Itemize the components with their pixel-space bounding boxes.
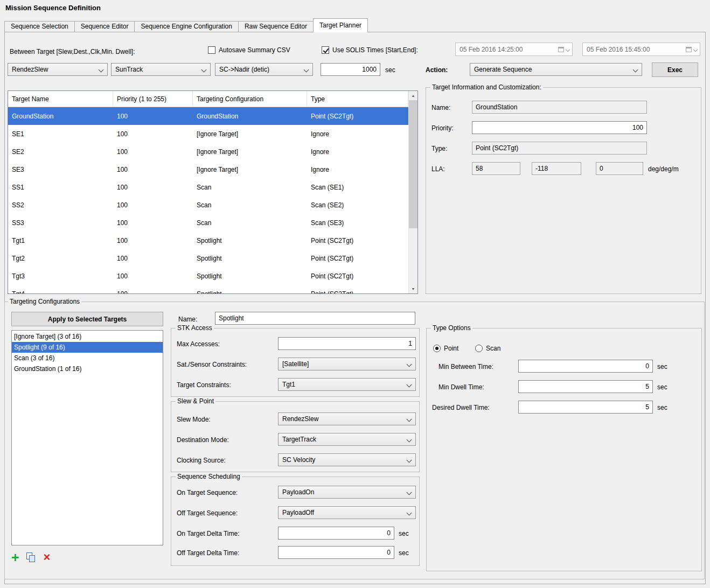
table-cell: 100: [113, 255, 193, 262]
scrollbar-thumb[interactable]: [409, 100, 417, 228]
chevron-down-icon: [693, 47, 698, 51]
tab-sequence-engine-configuration[interactable]: Sequence Engine Configuration: [134, 21, 238, 32]
delete-config-icon[interactable]: ×: [44, 552, 51, 563]
tab-sequence-selection[interactable]: Sequence Selection: [4, 21, 75, 32]
config-list-item[interactable]: Spotlight (9 of 16): [12, 342, 163, 353]
min-between-time-value: 0: [645, 362, 649, 370]
scroll-down-icon[interactable]: ▼: [409, 284, 417, 293]
apply-to-selected-targets-button[interactable]: Apply to Selected Targets: [11, 312, 163, 326]
table-row[interactable]: Tgt4100SpotlightPoint (SC2Tgt): [8, 285, 417, 294]
table-cell: Scan: [193, 201, 307, 209]
sequence-scheduling-title: Sequence Scheduling: [176, 473, 242, 481]
scroll-up-icon[interactable]: ▲: [409, 91, 417, 100]
off-target-sequence-dropdown[interactable]: PayloadOff: [278, 506, 416, 519]
table-cell: Point (SC2Tgt): [307, 113, 408, 120]
table-row[interactable]: Tgt1100SpotlightPoint (SC2Tgt): [8, 232, 417, 249]
point-radio[interactable]: Point: [433, 345, 458, 352]
between-clocking-dropdown[interactable]: SC->Nadir (detic): [215, 63, 313, 76]
start-time-dropdown-button[interactable]: [558, 47, 569, 52]
table-cell: Ignore: [307, 130, 408, 138]
lla-lon-value: -118: [535, 165, 548, 172]
column-header[interactable]: Type: [307, 91, 408, 107]
column-header[interactable]: Target Name: [8, 91, 113, 107]
tab-target-planner[interactable]: Target Planner: [313, 18, 368, 32]
destination-mode-dropdown[interactable]: TargetTrack: [278, 433, 416, 446]
table-row[interactable]: Tgt2100SpotlightPoint (SC2Tgt): [8, 249, 417, 267]
solis-times-checkbox[interactable]: Use SOLIS Times [Start,End]:: [322, 46, 418, 54]
exec-button[interactable]: Exec: [652, 62, 698, 77]
table-row[interactable]: SE2100[Ignore Target]Ignore: [8, 143, 417, 160]
table-row[interactable]: SE3100[Ignore Target]Ignore: [8, 160, 417, 178]
sat-sensor-constraints-label: Sat./Sensor Constraints:: [177, 361, 247, 368]
table-row[interactable]: Tgt3100SpotlightPoint (SC2Tgt): [8, 267, 417, 285]
between-destination-mode-dropdown[interactable]: SunTrack: [111, 63, 211, 76]
target-name-field[interactable]: GroundStation: [472, 101, 647, 114]
off-target-delta-input[interactable]: 0: [278, 546, 394, 559]
column-header[interactable]: Targeting Configuration: [193, 91, 307, 107]
start-time-picker[interactable]: 05 Feb 2016 14:25:00: [455, 43, 573, 56]
min-dwell-time-input[interactable]: 5: [518, 380, 653, 393]
chevron-down-icon: [304, 67, 309, 73]
table-row[interactable]: GroundStation100GroundStationPoint (SC2T…: [8, 107, 417, 125]
config-list-item[interactable]: Scan (3 of 16): [12, 353, 163, 363]
table-row[interactable]: SS2100ScanScan (SE2): [8, 196, 417, 214]
targeting-configurations-group: Targeting Configurations Apply to Select…: [4, 302, 705, 579]
tab-raw-sequence-editor[interactable]: Raw Sequence Editor: [238, 21, 314, 32]
table-scrollbar[interactable]: ▲ ▼: [408, 91, 417, 293]
table-cell: Point (SC2Tgt): [307, 255, 408, 262]
table-cell: 100: [113, 184, 193, 191]
action-dropdown[interactable]: Generate Sequence: [470, 63, 642, 76]
config-list-item[interactable]: [Ignore Target] (3 of 16): [12, 331, 163, 342]
solis-checkbox-label: Use SOLIS Times [Start,End]:: [332, 46, 418, 54]
autosave-checkbox[interactable]: Autosave Summary CSV: [208, 46, 290, 54]
target-constraints-dropdown[interactable]: Tgt1: [278, 378, 416, 391]
column-header[interactable]: Priority (1 to 255): [113, 91, 193, 107]
table-cell: Ignore: [307, 148, 408, 156]
type-field[interactable]: Point (SC2Tgt): [472, 142, 647, 155]
max-accesses-value: 1: [408, 340, 412, 347]
table-cell: Scan: [193, 219, 307, 227]
tab-sequence-editor[interactable]: Sequence Editor: [74, 21, 135, 32]
chevron-down-icon: [407, 458, 412, 463]
min-dwell-time-value: 5: [645, 383, 649, 390]
slew-point-title: Slew & Point: [176, 397, 215, 405]
lla-alt-field[interactable]: 0: [596, 162, 643, 175]
page-title: Mission Sequence Definition: [5, 4, 101, 12]
sat-sensor-constraints-dropdown[interactable]: [Satellite]: [278, 358, 416, 370]
table-cell: SE1: [8, 130, 113, 138]
slew-mode-dropdown[interactable]: RendezSlew: [278, 412, 416, 425]
table-cell: [Ignore Target]: [193, 130, 307, 138]
scan-radio[interactable]: Scan: [475, 345, 500, 352]
type-value: Point (SC2Tgt): [476, 144, 518, 152]
min-between-time-input[interactable]: 0: [518, 360, 653, 373]
clocking-source-dropdown[interactable]: SC Velocity: [278, 453, 416, 466]
copy-config-icon[interactable]: [26, 552, 37, 563]
type-options-group: Type Options Point Scan Min Between Time…: [426, 328, 702, 571]
table-cell: Point (SC2Tgt): [307, 237, 408, 244]
name-label: Name:: [431, 104, 450, 111]
table-row[interactable]: SS3100ScanScan (SE3): [8, 214, 417, 232]
lla-lon-field[interactable]: -118: [532, 162, 581, 175]
between-slew-mode-dropdown[interactable]: RendezSlew: [8, 63, 108, 76]
table-row[interactable]: SS1100ScanScan (SE1): [8, 178, 417, 196]
min-dwell-input[interactable]: 1000: [321, 63, 380, 76]
desired-dwell-time-value: 5: [645, 403, 649, 411]
config-list-item[interactable]: GroundStation (1 of 16): [12, 363, 163, 374]
on-target-delta-input[interactable]: 0: [278, 527, 394, 540]
lla-lat-field[interactable]: 58: [472, 162, 520, 175]
slew-mode-value: RendezSlew: [282, 415, 318, 423]
chevron-down-icon: [633, 67, 638, 73]
table-cell: Scan (SE2): [307, 201, 408, 209]
config-name-label: Name:: [178, 316, 197, 323]
end-time-picker[interactable]: 05 Feb 2016 15:45:00: [582, 43, 700, 56]
on-target-sequence-dropdown[interactable]: PayloadOn: [278, 486, 416, 499]
table-cell: GroundStation: [8, 113, 113, 120]
end-time-dropdown-button[interactable]: [686, 47, 697, 52]
add-config-icon[interactable]: +: [11, 552, 19, 563]
desired-dwell-time-input[interactable]: 5: [518, 401, 653, 414]
table-row[interactable]: SE1100[Ignore Target]Ignore: [8, 125, 417, 143]
max-accesses-input[interactable]: 1: [278, 337, 416, 350]
config-name-field[interactable]: Spotlight: [215, 312, 415, 325]
priority-field[interactable]: 100: [472, 121, 647, 134]
target-name-value: GroundStation: [476, 103, 517, 111]
